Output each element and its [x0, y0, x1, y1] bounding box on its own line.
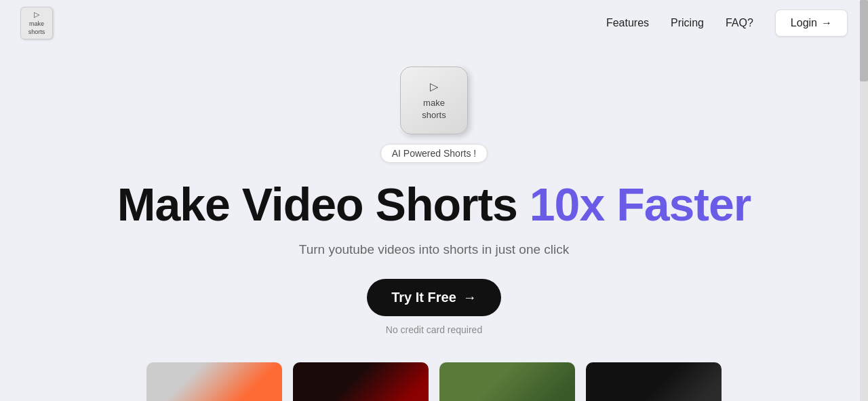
navbar: ▷ make shorts Features Pricing FAQ? Logi…: [0, 0, 868, 46]
logo-text-line1: make: [29, 20, 44, 28]
hero-logo-text-line1: make: [423, 97, 445, 109]
navbar-logo[interactable]: ▷ make shorts: [20, 7, 53, 39]
video-thumbnail-1: [146, 362, 282, 401]
scrollbar-thumb[interactable]: [860, 0, 868, 81]
scrollbar-track[interactable]: [860, 0, 868, 401]
cta-label: Try It Free: [391, 290, 456, 305]
cta-arrow-icon: →: [463, 290, 477, 305]
video-thumbnail-2: [293, 362, 429, 401]
logo-text-line2: shorts: [28, 28, 45, 37]
navbar-logo-area[interactable]: ▷ make shorts: [20, 7, 53, 39]
headline-highlight: 10x Faster: [530, 178, 751, 230]
nav-faq-link[interactable]: FAQ?: [726, 17, 753, 29]
nav-features-link[interactable]: Features: [606, 17, 649, 29]
hero-logo: ▷ make shorts: [400, 66, 468, 134]
ai-badge-text: AI Powered Shorts !: [392, 148, 477, 159]
login-button[interactable]: Login →: [775, 9, 848, 37]
logo-play-icon: ▷: [34, 9, 39, 19]
thumbnail-row: [14, 362, 854, 401]
login-arrow-icon: →: [821, 17, 832, 29]
ai-powered-badge: AI Powered Shorts !: [380, 144, 488, 163]
hero-logo-text-line2: shorts: [422, 109, 446, 121]
headline-part1: Make Video Shorts: [117, 178, 530, 230]
hero-section: ▷ make shorts AI Powered Shorts ! Make V…: [0, 46, 868, 401]
navbar-links: Features Pricing FAQ? Login →: [606, 9, 848, 37]
try-it-free-button[interactable]: Try It Free →: [367, 279, 501, 316]
hero-logo-play-icon: ▷: [430, 79, 438, 94]
no-credit-card-text: No credit card required: [386, 324, 482, 335]
hero-subtext: Turn youtube videos into shorts in just …: [299, 242, 570, 257]
login-label: Login: [791, 17, 817, 29]
hero-headline: Make Video Shorts 10x Faster: [117, 179, 751, 230]
video-thumbnail-4: [586, 362, 722, 401]
nav-pricing-link[interactable]: Pricing: [671, 17, 704, 29]
video-thumbnail-3: [439, 362, 575, 401]
